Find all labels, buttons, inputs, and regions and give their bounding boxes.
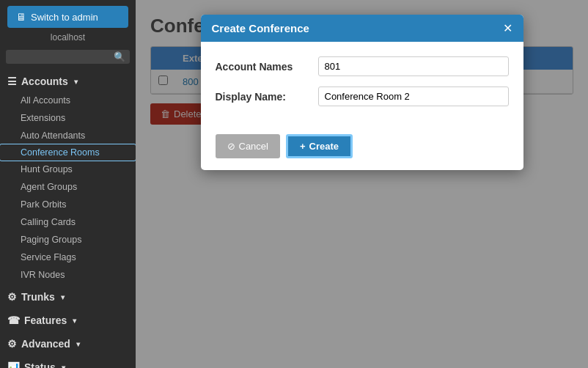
monitor-icon: 🖥 xyxy=(16,11,26,23)
sidebar-item-ivr-nodes[interactable]: IVR Nodes xyxy=(0,266,136,284)
status-label: Status xyxy=(24,361,56,368)
switch-to-admin-button[interactable]: 🖥 Switch to admin xyxy=(7,6,128,28)
status-caret-icon: ▾ xyxy=(62,364,65,369)
accounts-sub-menu: All Accounts Extensions Auto Attendants … xyxy=(0,92,136,284)
account-name-input[interactable] xyxy=(318,56,509,76)
create-button[interactable]: + Create xyxy=(286,134,353,158)
sidebar-item-hunt-groups[interactable]: Hunt Groups xyxy=(0,161,136,178)
sidebar-item-park-orbits[interactable]: Park Orbits xyxy=(0,196,136,213)
nav-section-features: ☎ Features ▾ xyxy=(0,309,136,331)
nav-section-features-header[interactable]: ☎ Features ▾ xyxy=(0,309,136,331)
advanced-label: Advanced xyxy=(21,338,70,350)
sidebar-item-all-accounts[interactable]: All Accounts xyxy=(0,92,136,109)
nav-section-status-header[interactable]: 📊 Status ▾ xyxy=(0,356,136,368)
display-name-input[interactable] xyxy=(318,87,509,106)
modal-header: Create Conference ✕ xyxy=(201,15,523,42)
trunks-caret-icon: ▾ xyxy=(61,293,65,301)
sidebar-search-bar[interactable]: 🔍 xyxy=(6,50,130,64)
nav-section-advanced: ⚙ Advanced ▾ xyxy=(0,332,136,354)
sidebar-nav: ☰ Accounts ▾ All Accounts Extensions Aut… xyxy=(0,70,136,368)
nav-section-trunks: ⚙ Trunks ▾ xyxy=(0,285,136,307)
display-name-row: Display Name: xyxy=(216,87,509,106)
display-name-label: Display Name: xyxy=(216,91,318,103)
features-icon: ☎ xyxy=(7,314,20,326)
switch-admin-label: Switch to admin xyxy=(31,12,98,23)
create-plus-icon: + xyxy=(300,141,306,152)
accounts-label: Accounts xyxy=(21,76,68,87)
sidebar-item-service-flags[interactable]: Service Flags xyxy=(0,249,136,266)
account-name-label: Account Names xyxy=(216,61,318,73)
modal-overlay: Create Conference ✕ Account Names Displa… xyxy=(136,0,588,368)
search-icon: 🔍 xyxy=(114,51,125,62)
nav-section-accounts-header[interactable]: ☰ Accounts ▾ xyxy=(0,70,136,92)
nav-section-advanced-header[interactable]: ⚙ Advanced ▾ xyxy=(0,332,136,354)
sidebar-item-calling-cards[interactable]: Calling Cards xyxy=(0,213,136,231)
features-label: Features xyxy=(24,314,67,326)
accounts-icon: ☰ xyxy=(7,76,17,87)
main-content: Conference Rooms Extension Name Descript… xyxy=(136,0,588,368)
cancel-button[interactable]: ⊘ Cancel xyxy=(216,134,280,158)
modal-close-button[interactable]: ✕ xyxy=(503,23,512,34)
account-name-row: Account Names xyxy=(216,56,509,76)
accounts-caret-icon: ▾ xyxy=(74,78,78,86)
modal-footer: ⊘ Cancel + Create xyxy=(201,128,523,170)
sidebar-item-conference-rooms[interactable]: Conference Rooms xyxy=(0,144,136,161)
features-caret-icon: ▾ xyxy=(73,317,76,325)
sidebar: 🖥 Switch to admin localhost 🔍 ☰ Accounts… xyxy=(0,0,136,368)
sidebar-item-extensions[interactable]: Extensions xyxy=(0,109,136,127)
nav-section-accounts: ☰ Accounts ▾ All Accounts Extensions Aut… xyxy=(0,70,136,284)
nav-section-status: 📊 Status ▾ xyxy=(0,356,136,368)
nav-section-trunks-header[interactable]: ⚙ Trunks ▾ xyxy=(0,285,136,307)
advanced-caret-icon: ▾ xyxy=(76,340,80,348)
sidebar-item-agent-groups[interactable]: Agent Groups xyxy=(0,178,136,196)
modal-title: Create Conference xyxy=(212,22,309,34)
trunks-label: Trunks xyxy=(21,291,55,303)
search-input[interactable] xyxy=(10,52,114,62)
sidebar-item-auto-attendants[interactable]: Auto Attendants xyxy=(0,127,136,144)
modal-body: Account Names Display Name: xyxy=(201,42,523,128)
cancel-label: Cancel xyxy=(239,141,268,152)
hostname-label: localhost xyxy=(0,31,136,47)
create-label: Create xyxy=(309,141,339,152)
status-icon: 📊 xyxy=(7,361,20,368)
create-conference-modal: Create Conference ✕ Account Names Displa… xyxy=(201,15,523,170)
trunks-icon: ⚙ xyxy=(7,291,17,303)
sidebar-item-paging-groups[interactable]: Paging Groups xyxy=(0,231,136,249)
cancel-icon: ⊘ xyxy=(227,141,235,152)
advanced-icon: ⚙ xyxy=(7,338,17,350)
